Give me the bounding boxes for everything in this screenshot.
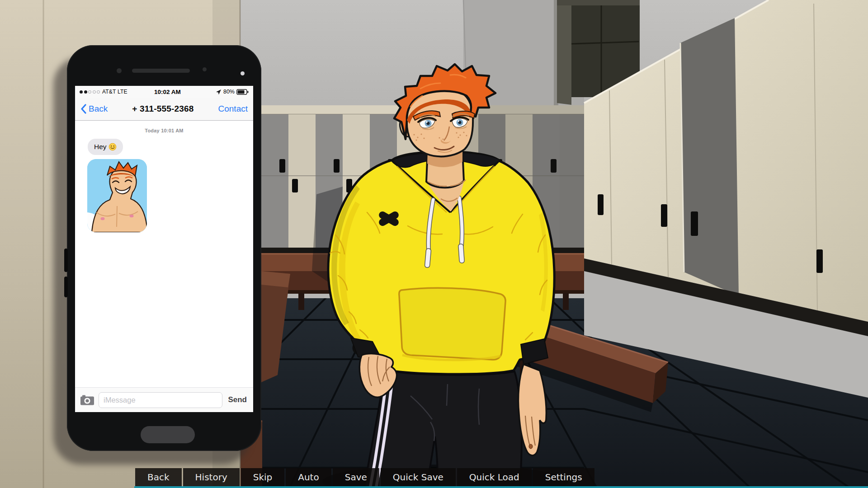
selfie-photo — [87, 159, 147, 232]
quick-menu-item-quick-load[interactable]: Quick Load — [457, 468, 532, 486]
status-clock: 10:02 AM — [119, 89, 216, 95]
character-hair — [394, 64, 495, 139]
earpiece-speaker — [132, 69, 190, 73]
camera-icon[interactable] — [80, 395, 94, 405]
game-stage: AT&T LTE 10:02 AM 80% Back — [0, 0, 868, 488]
quick-menu: Back History Skip Auto Save Quick Save Q… — [135, 468, 594, 486]
contact-button[interactable]: Contact — [218, 104, 248, 114]
character-shadow — [312, 187, 568, 488]
phone-screen: AT&T LTE 10:02 AM 80% Back — [75, 86, 253, 412]
quick-menu-item-save[interactable]: Save — [333, 468, 379, 486]
back-bench — [253, 253, 584, 310]
signal-strength-icon — [80, 90, 100, 94]
quick-menu-item-back[interactable]: Back — [135, 468, 182, 486]
wall-corner-face — [463, 0, 584, 111]
volume-down-button[interactable] — [64, 277, 68, 297]
notification-led-dot — [241, 71, 245, 75]
message-text: Hey — [94, 143, 107, 151]
gray-locker-door — [680, 18, 739, 296]
quick-menu-item-settings[interactable]: Settings — [533, 468, 594, 486]
back-lockers — [253, 105, 584, 259]
shower-alcove — [554, 0, 640, 106]
character-eyes — [418, 114, 469, 130]
volume-up-button[interactable] — [64, 249, 68, 272]
battery-icon — [236, 89, 249, 95]
character-hands — [359, 354, 546, 455]
locker-baseboard — [253, 248, 584, 259]
wall-corner-line — [463, 0, 467, 108]
phone: AT&T LTE 10:02 AM 80% Back — [67, 45, 261, 451]
back-button-label: Back — [89, 104, 108, 114]
conversation-title: + 311-555-2368 — [108, 104, 218, 114]
nav-bar: Back + 311-555-2368 Contact — [75, 98, 253, 121]
photo-message[interactable] — [87, 159, 147, 232]
character-face — [394, 64, 495, 156]
right-bench — [492, 312, 668, 412]
quick-menu-item-history[interactable]: History — [183, 468, 240, 486]
dialogue-accent-line — [134, 486, 868, 488]
character-neck — [426, 150, 466, 211]
hoodie-drawstrings — [425, 198, 464, 267]
left-bench-end — [261, 271, 290, 382]
quick-menu-item-quick-save[interactable]: Quick Save — [381, 468, 456, 486]
front-camera-dot — [117, 68, 122, 73]
message-composer: Send — [75, 387, 253, 412]
location-arrow-icon — [216, 89, 222, 95]
date-header: Today 10:01 AM — [75, 128, 253, 133]
message-bubble-incoming: Hey — [88, 139, 123, 155]
status-bar: AT&T LTE 10:02 AM 80% — [75, 86, 253, 98]
chat-area: Today 10:01 AM Hey — [75, 121, 253, 412]
character-hoodie — [328, 151, 554, 374]
chevron-left-icon — [80, 104, 86, 114]
right-lockers — [584, 0, 868, 336]
right-baseboard — [584, 258, 868, 336]
message-input[interactable] — [99, 392, 222, 408]
home-button[interactable] — [141, 426, 195, 443]
freckles — [413, 131, 467, 141]
back-wall — [226, 0, 868, 190]
quick-menu-item-skip[interactable]: Skip — [241, 468, 285, 486]
back-button[interactable]: Back — [80, 104, 108, 114]
send-button[interactable]: Send — [227, 395, 248, 404]
quick-menu-item-auto[interactable]: Auto — [286, 468, 331, 486]
smiley-emoji-icon — [108, 143, 117, 151]
hoodie-x-logo — [377, 210, 400, 227]
battery-percent: 80% — [223, 89, 235, 95]
sensor-dot — [203, 67, 207, 71]
